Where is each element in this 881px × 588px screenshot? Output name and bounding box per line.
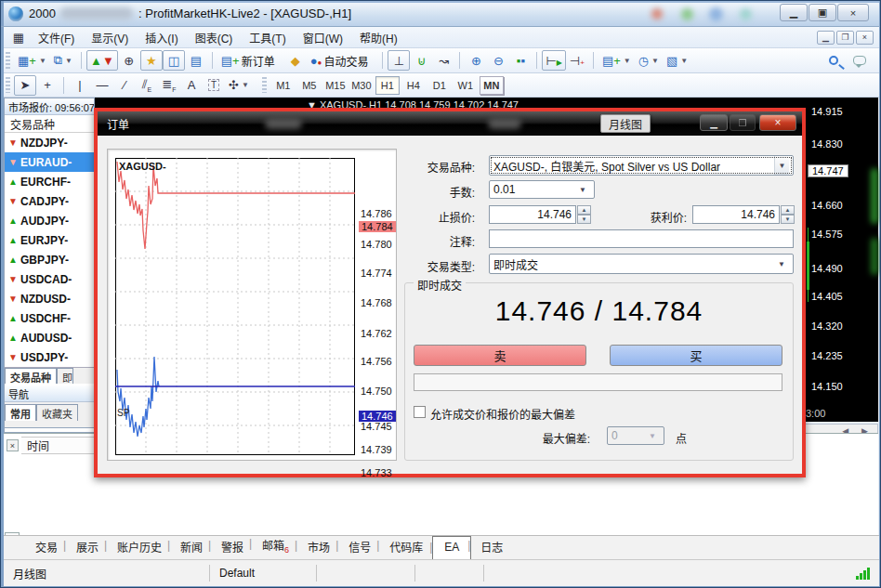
symbol-row[interactable]: GBPJPY-	[5, 250, 94, 269]
timeframe-m30[interactable]: M30	[349, 76, 374, 95]
chevron-down-icon[interactable]: ▼	[774, 156, 789, 175]
chevron-down-icon[interactable]: ▼	[575, 181, 590, 198]
stoploss-spinner[interactable]: ▲▼	[577, 205, 591, 224]
menu-tools[interactable]: 工具(T)	[241, 30, 294, 46]
window-minimize-button[interactable]: ▁	[780, 4, 808, 21]
timeframe-h1[interactable]: H1	[375, 76, 400, 95]
menu-window[interactable]: 窗口(W)	[295, 30, 351, 46]
tab-favorites[interactable]: 收藏夹	[36, 404, 78, 421]
crosshair-button[interactable]: ⊕	[118, 50, 140, 71]
autotrade-button[interactable]: ●● 自动交易	[307, 50, 378, 71]
dialog-close-button[interactable]: ×	[759, 114, 796, 131]
status-profile[interactable]: Default	[210, 565, 317, 581]
symbol-row[interactable]: NZDUSD-	[5, 289, 94, 308]
search-icon[interactable]	[829, 56, 838, 65]
menu-help[interactable]: 帮助(H)	[351, 30, 406, 46]
stoploss-input[interactable]: 14.746	[489, 205, 576, 224]
spin-up-icon[interactable]: ▲	[577, 205, 591, 215]
tick-chart-button[interactable]: ▲▼	[86, 50, 118, 71]
menu-insert[interactable]: 插入(I)	[137, 30, 186, 46]
tab-mailbox[interactable]: 邮箱6	[253, 533, 298, 559]
profiles-button[interactable]: ⧉▼	[50, 50, 76, 71]
chat-icon[interactable]	[853, 56, 866, 65]
arrows-button[interactable]: ✣▼	[225, 75, 253, 96]
tab-ea[interactable]: EA	[432, 536, 471, 560]
dialog-restore-button[interactable]: ❐	[730, 114, 756, 131]
zoom-in-button[interactable]: ⊕	[465, 50, 487, 71]
market-watch-title[interactable]: 市场报价: 09:56:07	[5, 98, 94, 115]
dialog-minimize-button[interactable]: ▁	[700, 114, 728, 131]
comment-input[interactable]	[489, 229, 794, 248]
crosshair-tool-button[interactable]: +	[36, 75, 59, 96]
symbol-column-header[interactable]: 交易品种	[5, 115, 94, 133]
templates-button[interactable]: ▧▼	[663, 50, 691, 71]
menu-view[interactable]: 显示(V)	[83, 30, 137, 46]
timeframe-m5[interactable]: M5	[297, 76, 322, 95]
menu-charts[interactable]: 图表(C)	[187, 30, 242, 46]
timeframe-h4[interactable]: H4	[401, 76, 426, 95]
spin-down-icon[interactable]: ▼	[577, 215, 591, 224]
favorites-button[interactable]: ★	[140, 50, 163, 71]
market-watch-button[interactable]: ◫	[163, 50, 185, 71]
chevron-down-icon[interactable]: ▼	[774, 255, 789, 273]
takeprofit-spinner[interactable]: ▲▼	[781, 205, 795, 224]
order-type-select[interactable]: 即时成交 ▼	[489, 254, 794, 274]
tab-code-base[interactable]: 代码库	[380, 535, 432, 559]
symbol-row[interactable]: CADJPY-	[5, 191, 94, 211]
text-button[interactable]: A	[180, 75, 203, 96]
toolbar-grip[interactable]	[6, 52, 10, 69]
cursor-button[interactable]: ➤	[14, 75, 36, 96]
symbol-select[interactable]: XAGUSD-, 白银美元, Spot Silver vs US Dollar …	[489, 155, 794, 176]
volume-select[interactable]: 0.01 ▼	[489, 180, 595, 199]
mdi-restore-button[interactable]: ❐	[836, 31, 854, 45]
auto-scroll-button[interactable]: ⊣+	[566, 50, 588, 71]
buy-button[interactable]: 买	[610, 345, 782, 366]
tab-symbols[interactable]: 交易品种	[5, 368, 57, 384]
timeframe-mn[interactable]: MN	[480, 76, 504, 95]
timeframe-d1[interactable]: D1	[427, 76, 452, 95]
window-restore-button[interactable]: ▣	[809, 4, 836, 21]
tab-news[interactable]: 新闻	[171, 535, 212, 559]
spin-down-icon[interactable]: ▼	[781, 215, 795, 224]
symbol-row[interactable]: AUDJPY-	[5, 211, 94, 230]
tab-common[interactable]: 常用	[5, 404, 36, 421]
tab-signals[interactable]: 信号	[339, 535, 380, 559]
tile-windows-button[interactable]: ▪▪	[509, 50, 532, 71]
tab-trade[interactable]: 交易	[26, 535, 67, 559]
mdi-minimize-button[interactable]: ▁	[817, 31, 835, 45]
symbol-row[interactable]: EURAUD-	[5, 152, 94, 172]
toolbar-grip-2[interactable]	[6, 77, 10, 94]
timeframe-grip[interactable]	[262, 77, 267, 94]
periods-button[interactable]: ◷▼	[635, 50, 663, 71]
new-order-button[interactable]: ▤+ 新订单	[217, 50, 284, 71]
terminal-close-button[interactable]: ×	[7, 439, 19, 451]
sell-button[interactable]: 卖	[414, 345, 586, 366]
eraser-button[interactable]: ◆	[284, 50, 307, 71]
data-window-button[interactable]: ▤	[185, 50, 207, 71]
candlestick-button[interactable]: ⊍	[410, 50, 432, 71]
symbol-row[interactable]: USDCHF-	[5, 308, 94, 328]
hline-button[interactable]: —	[91, 75, 113, 96]
spin-up-icon[interactable]: ▲	[781, 205, 795, 215]
tab-tick-chart[interactable]: 即时图表	[57, 368, 73, 384]
symbol-row[interactable]: EURJPY-	[5, 230, 94, 250]
tab-journal[interactable]: 日志	[471, 535, 512, 559]
fibonacci-button[interactable]: ≣F	[158, 75, 180, 96]
vline-button[interactable]: |	[69, 75, 91, 96]
order-dialog-titlebar[interactable]: 订单 ▁ ❐ ×	[98, 111, 802, 136]
symbol-row[interactable]: EURCHF-	[5, 172, 94, 191]
zoom-out-button[interactable]: ⊖	[487, 50, 509, 71]
new-chart-button[interactable]: ▦+▼	[14, 50, 50, 71]
tab-account-history[interactable]: 账户历史	[108, 535, 171, 559]
chart-shift-button[interactable]: ⊢▶	[542, 50, 565, 71]
line-chart-button[interactable]: ↝	[432, 50, 454, 71]
deviation-checkbox[interactable]	[414, 406, 426, 418]
trendline-button[interactable]: ∕	[113, 75, 136, 96]
navigator-title[interactable]: 导航	[5, 385, 94, 402]
bar-chart-button[interactable]: ⊥	[388, 50, 410, 71]
tab-exposure[interactable]: 展示	[67, 535, 108, 559]
channel-button[interactable]: ⫽E	[136, 75, 158, 96]
symbol-row[interactable]: USDCAD-	[5, 269, 94, 289]
timeframe-w1[interactable]: W1	[454, 76, 478, 95]
indicators-button[interactable]: ▤+▼	[598, 50, 635, 71]
